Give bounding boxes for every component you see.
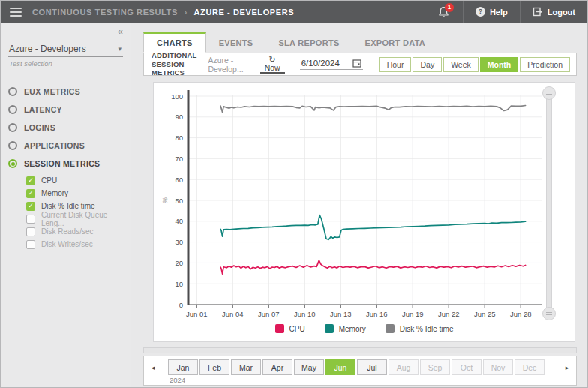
slider-track[interactable] (546, 93, 552, 314)
breadcrumb-root[interactable]: CONTINUOUS TESTING RESULTS (32, 8, 178, 17)
sidebar-item-eux-metrics[interactable]: EUX METRICS (8, 83, 123, 101)
metric-checkbox-cpu[interactable]: ✓CPU (26, 174, 123, 187)
range-button-week[interactable]: Week (443, 57, 478, 72)
logout-button[interactable]: Logout (520, 1, 587, 23)
legend-swatch (275, 324, 284, 333)
sidebar-item-label: SESSION METRICS (24, 159, 100, 168)
metric-label: Disk Reads/sec (41, 227, 93, 236)
series-memory (220, 215, 525, 240)
month-button-jan[interactable]: Jan (168, 359, 198, 375)
notifications-button[interactable]: 1 (430, 1, 463, 23)
svg-text:10: 10 (175, 280, 183, 288)
session-metrics-chart: 0102030405060708090100Jun 01Jun 04Jun 07… (161, 86, 548, 323)
svg-text:70: 70 (175, 155, 183, 163)
metric-label: CPU (41, 176, 57, 185)
time-range-button-group: HourDayWeekMonthPrediction (380, 57, 570, 72)
help-button[interactable]: ? Help (464, 1, 520, 23)
svg-text:Jun 25: Jun 25 (474, 310, 496, 318)
tab-charts[interactable]: CHARTS (143, 32, 206, 53)
horizontal-scrollbar[interactable] (143, 347, 577, 353)
metric-checkbox-memory[interactable]: ✓Memory (26, 187, 123, 200)
svg-text:50: 50 (175, 197, 183, 205)
month-button-feb[interactable]: Feb (200, 359, 230, 375)
next-month-arrow[interactable]: ▸ (561, 359, 573, 376)
sidebar: « Azure - Developers ▾ Test selection EU… (1, 23, 131, 387)
range-button-day[interactable]: Day (412, 57, 442, 72)
month-button-row: JanFebMarAprMayJunJulAugSepOctNovDec (168, 359, 544, 375)
date-picker-field[interactable]: 6/10/2024 (300, 59, 363, 70)
metric-label: Current Disk Queue Leng... (41, 211, 123, 227)
month-button-jul[interactable]: Jul (357, 359, 387, 375)
month-button-apr[interactable]: Apr (262, 359, 292, 375)
chart-grid (188, 95, 542, 305)
collapse-sidebar-icon[interactable]: « (118, 26, 123, 37)
month-button-mar[interactable]: Mar (231, 359, 261, 375)
metric-label: Disk Writes/sec (41, 240, 93, 248)
tab-bar: CHARTSEVENTSSLA REPORTSEXPORT DATA (143, 32, 577, 53)
svg-text:Jun 19: Jun 19 (402, 310, 424, 318)
sidebar-item-latency[interactable]: LATENCY (8, 101, 123, 119)
calendar-icon (352, 59, 362, 68)
svg-text:Jun 16: Jun 16 (366, 310, 388, 318)
range-button-hour[interactable]: Hour (380, 57, 412, 72)
toolbar-test-name: Azure - Develop... (208, 56, 258, 74)
svg-text:Jun 13: Jun 13 (330, 310, 352, 318)
checkbox-icon: ✓ (26, 189, 35, 198)
tab-events[interactable]: EVENTS (206, 32, 266, 53)
now-refresh-control[interactable]: ↻ Now (260, 56, 285, 74)
chart-panel: 0102030405060708090100Jun 01Jun 04Jun 07… (153, 82, 575, 342)
svg-text:90: 90 (175, 113, 183, 121)
month-button-may[interactable]: May (294, 359, 324, 375)
sidebar-item-logins[interactable]: LOGINS (8, 119, 123, 137)
refresh-icon: ↻ (269, 56, 276, 63)
month-button-jun[interactable]: Jun (326, 359, 356, 375)
sidebar-item-session-metrics[interactable]: SESSION METRICS (8, 155, 123, 173)
month-button-aug: Aug (388, 359, 418, 375)
metric-label: Disk % Idle time (41, 202, 95, 210)
svg-text:20: 20 (175, 259, 183, 267)
range-button-prediction[interactable]: Prediction (520, 57, 570, 72)
checkbox-icon (26, 227, 35, 236)
month-button-dec: Dec (514, 359, 544, 375)
chevron-down-icon: ▾ (118, 45, 122, 53)
test-select-dropdown[interactable]: Azure - Developers ▾ (8, 44, 123, 57)
month-selector: ◂ JanFebMarAprMayJunJulAugSepOctNovDec 2… (143, 356, 577, 386)
x-axis-labels: Jun 01Jun 04Jun 07Jun 10Jun 13Jun 16Jun … (186, 310, 532, 318)
slider-handle-bottom[interactable] (542, 307, 556, 320)
test-select-value: Azure - Developers (9, 44, 86, 54)
svg-text:80: 80 (175, 134, 183, 142)
sidebar-item-label: LATENCY (24, 105, 62, 114)
radio-icon (8, 87, 17, 96)
sidebar-item-applications[interactable]: APPLICATIONS (8, 137, 123, 155)
tab-sla-reports[interactable]: SLA REPORTS (266, 32, 352, 53)
series-disk-idle-time (220, 106, 525, 113)
year-label: 2024 (170, 376, 544, 384)
menu-icon[interactable] (10, 8, 22, 17)
checkbox-icon: ✓ (26, 202, 35, 211)
prev-month-arrow[interactable]: ◂ (147, 359, 159, 376)
help-icon: ? (476, 7, 485, 17)
metric-label: Memory (41, 189, 68, 197)
metric-checkbox-disk-writes-sec: Disk Writes/sec (26, 238, 123, 251)
svg-text:Jun 01: Jun 01 (186, 310, 208, 318)
date-value: 6/10/2024 (302, 59, 340, 68)
legend-item-cpu[interactable]: CPU (275, 324, 305, 333)
tab-export-data[interactable]: EXPORT DATA (352, 32, 439, 53)
legend-item-memory[interactable]: Memory (325, 324, 366, 333)
svg-text:0: 0 (179, 301, 183, 309)
session-metric-list: ✓CPU✓Memory✓Disk % Idle timeCurrent Disk… (26, 174, 123, 251)
sidebar-item-label: LOGINS (24, 123, 56, 132)
value-axis-zoom-slider[interactable] (542, 86, 556, 320)
app-window: CONTINUOUS TESTING RESULTS › AZURE - DEV… (0, 0, 588, 388)
topbar-actions: 1 ? Help Logout (430, 1, 587, 23)
metric-category-list: EUX METRICSLATENCYLOGINSAPPLICATIONSSESS… (8, 83, 123, 173)
month-selector-body: JanFebMarAprMayJunJulAugSepOctNovDec 202… (168, 359, 544, 384)
checkbox-icon (26, 215, 35, 224)
legend-item-disk-idle-time[interactable]: Disk % Idle time (386, 324, 454, 333)
chart-toolbar: ADDITIONAL SESSION METRICS Azure - Devel… (143, 53, 577, 76)
slider-handle-top[interactable] (542, 86, 556, 100)
metric-checkbox-disk-reads-sec: Disk Reads/sec (26, 225, 123, 238)
chevron-right-icon: › (184, 8, 188, 17)
range-button-month[interactable]: Month (480, 57, 519, 72)
logout-icon (532, 7, 543, 17)
